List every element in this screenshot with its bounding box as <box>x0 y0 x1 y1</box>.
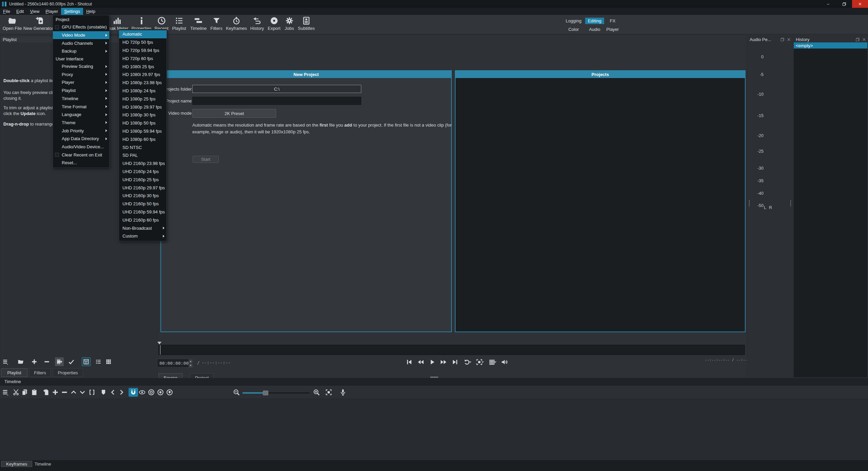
video-mode-option-uhd-2160p-50-fps[interactable]: UHD 2160p 50 fps <box>119 200 167 208</box>
menu-item-timeline[interactable]: Timeline <box>53 95 109 103</box>
update-clip-button[interactable] <box>55 357 64 366</box>
projects-folder-input[interactable]: C:\ <box>192 85 361 93</box>
playhead-marker-icon[interactable] <box>157 342 161 344</box>
toolbar-filters-button[interactable]: Filters <box>210 16 222 31</box>
layout-editing-button[interactable]: Editing <box>585 18 604 24</box>
menu-item-app-data-directory[interactable]: App Data Directory <box>53 135 109 143</box>
remove-button[interactable] <box>42 357 51 366</box>
menu-item-gpu-effects-unstable[interactable]: GPU Effects (unstable) <box>53 23 109 31</box>
float-panel-icon[interactable] <box>856 38 860 41</box>
dock-tab-playlist[interactable]: Playlist <box>1 368 27 377</box>
menu-item-audio-video-device[interactable]: Audio/Video Device... <box>53 143 109 151</box>
video-mode-option-hd-1080i-29.97-fps[interactable]: HD 1080i 29.97 fps <box>119 71 167 79</box>
toolbar-export-button[interactable]: Export <box>268 16 281 31</box>
video-mode-option-uhd-2160p-25-fps[interactable]: UHD 2160p 25 fps <box>119 175 167 184</box>
menubar-item-view[interactable]: View <box>27 8 42 15</box>
layout-color-button[interactable]: Color <box>565 26 581 33</box>
splitter-handle[interactable] <box>430 377 438 378</box>
close-button[interactable]: ✕ <box>852 0 868 8</box>
toolbar-recent-button[interactable]: Recent <box>154 16 168 31</box>
toolbar-keyframes-button[interactable]: Keyframes <box>226 16 247 31</box>
skip-start-button[interactable] <box>405 358 413 366</box>
paste-button[interactable] <box>30 388 39 397</box>
current-timecode[interactable]: 00:00:00:00 <box>157 361 189 366</box>
copy-button[interactable] <box>20 388 30 397</box>
bottom-tab-timeline[interactable]: Timeline <box>30 461 56 467</box>
close-panel-icon[interactable] <box>862 38 866 41</box>
video-mode-option-hd-1080p-25-fps[interactable]: HD 1080p 25 fps <box>119 95 167 103</box>
video-mode-option-sd-ntsc[interactable]: SD NTSC <box>119 143 167 151</box>
start-button[interactable]: Start <box>193 156 219 163</box>
video-mode-option-uhd-2160p-59.94-fps[interactable]: UHD 2160p 59.94 fps <box>119 208 167 216</box>
dock-tab-filters[interactable]: Filters <box>29 368 51 377</box>
zoom-fit-button[interactable] <box>476 358 484 366</box>
menu-item-reset[interactable]: Reset... <box>53 159 109 167</box>
toolbar-subtitles-button[interactable]: Subtitles <box>298 16 315 31</box>
meter-drag-handle[interactable] <box>749 200 750 206</box>
append-button[interactable] <box>42 388 51 397</box>
ripple-markers-button[interactable] <box>165 388 174 397</box>
loop-button[interactable] <box>463 358 471 366</box>
timeline-track-area[interactable] <box>0 399 868 460</box>
dock-tab-properties[interactable]: Properties <box>53 368 83 377</box>
timeline-zoom-slider[interactable] <box>243 392 310 394</box>
dropdown-caret-icon[interactable] <box>481 361 484 363</box>
video-mode-option-uhd-2160p-23.98-fps[interactable]: UHD 2160p 23.98 fps <box>119 159 167 168</box>
zoom-out-button[interactable] <box>232 388 241 397</box>
add-button[interactable] <box>51 388 60 397</box>
video-mode-option-automatic[interactable]: Automatic <box>119 30 167 38</box>
hamburger-menu-button[interactable] <box>1 388 10 397</box>
video-mode-option-uhd-2160p-29.97-fps[interactable]: UHD 2160p 29.97 fps <box>119 184 167 192</box>
grid-view-button[interactable] <box>104 357 113 366</box>
menubar-item-file[interactable]: File <box>0 8 13 15</box>
scrub-eye-button[interactable] <box>137 388 147 397</box>
split-button[interactable] <box>87 388 97 397</box>
dropdown-caret-icon[interactable] <box>469 361 471 363</box>
video-mode-option-sd-pal[interactable]: SD PAL <box>119 151 167 159</box>
ripple-button[interactable] <box>147 388 156 397</box>
list-view-button[interactable] <box>94 357 103 366</box>
hamburger-menu-button[interactable] <box>1 357 10 366</box>
chevron-up-button[interactable] <box>69 388 78 397</box>
project-name-input[interactable] <box>192 97 361 105</box>
zoom-in-button[interactable] <box>312 388 321 397</box>
menubar-item-edit[interactable]: Edit <box>13 8 27 15</box>
menu-item-player[interactable]: Player <box>53 78 109 87</box>
menu-item-clear-recent-on-exit[interactable]: Clear Recent on Exit <box>53 151 109 159</box>
chevron-down-button[interactable] <box>78 388 87 397</box>
meter-drag-handle[interactable] <box>790 200 791 206</box>
fast-forward-button[interactable] <box>440 358 447 366</box>
bottom-tab-keyframes[interactable]: Keyframes <box>1 461 32 467</box>
toolbar-open-file-button[interactable]: Open File <box>3 16 22 31</box>
chevron-right-button[interactable] <box>117 388 126 397</box>
toolbar-playlist-button[interactable]: Playlist <box>172 16 186 31</box>
menu-item-job-priority[interactable]: Job Priority <box>53 127 109 135</box>
grid-button[interactable] <box>488 358 497 366</box>
rewind-button[interactable] <box>417 358 424 366</box>
add-button[interactable] <box>30 357 39 366</box>
video-mode-option-hd-1080p-24-fps[interactable]: HD 1080p 24 fps <box>119 87 167 95</box>
video-mode-option-hd-1080p-59.94-fps[interactable]: HD 1080p 59.94 fps <box>119 127 167 135</box>
close-panel-icon[interactable] <box>787 38 791 41</box>
layout-fx-button[interactable]: FX <box>607 18 618 24</box>
seek-bar[interactable] <box>158 345 745 355</box>
restore-button[interactable] <box>836 0 852 8</box>
layout-audio-button[interactable]: Audio <box>586 26 603 33</box>
video-mode-option-hd-1080p-50-fps[interactable]: HD 1080p 50 fps <box>119 119 167 127</box>
open-folder-button[interactable] <box>16 357 25 366</box>
zoom-slider-handle[interactable] <box>263 391 268 395</box>
play-button[interactable] <box>428 358 436 366</box>
snap-magnet-button[interactable] <box>129 388 138 397</box>
layout-logging-button[interactable]: Logging <box>563 18 584 24</box>
minimize-button[interactable]: – <box>820 0 836 8</box>
chevron-left-button[interactable] <box>108 388 118 397</box>
toolbar-timeline-button[interactable]: Timeline <box>190 16 207 31</box>
video-mode-option-uhd-2160p-24-fps[interactable]: UHD 2160p 24 fps <box>119 168 167 176</box>
table-view-button[interactable] <box>82 357 91 366</box>
video-mode-option-hd-720p-59.94-fps[interactable]: HD 720p 59.94 fps <box>119 46 167 55</box>
toolbar-jobs-button[interactable]: Jobs <box>285 16 294 31</box>
layout-player-button[interactable]: Player <box>604 26 622 33</box>
video-mode-option-uhd-2160p-60-fps[interactable]: UHD 2160p 60 fps <box>119 216 167 224</box>
menu-item-audio-channels[interactable]: Audio Channels <box>53 39 109 47</box>
menu-item-preview-scaling[interactable]: Preview Scaling <box>53 62 109 71</box>
